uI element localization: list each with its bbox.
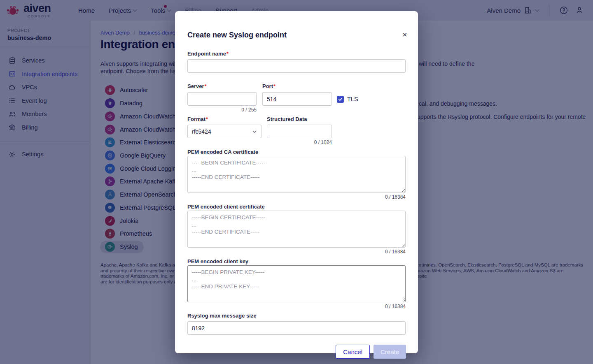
client-certificate-char-counter: 0 / 16384 [187, 249, 406, 255]
client-key-label: PEM encoded client key [187, 258, 248, 264]
client-certificate-textarea[interactable] [187, 211, 406, 248]
chevron-down-icon [252, 129, 257, 134]
format-label: Format* [187, 116, 208, 122]
server-label: Server* [187, 83, 207, 89]
structured-data-input[interactable] [267, 125, 332, 138]
server-input[interactable] [187, 92, 257, 106]
client-certificate-label: PEM encoded client certificate [187, 204, 265, 210]
endpoint-name-label: Endpoint name* [187, 51, 229, 57]
format-selected-value: rfc5424 [192, 128, 211, 135]
max-message-size-label: Rsyslog max message size [187, 313, 257, 319]
check-icon [338, 97, 343, 102]
client-key-char-counter: 0 / 16384 [187, 304, 406, 309]
create-syslog-endpoint-dialog: Create new Syslog endpoint × Endpoint na… [175, 11, 418, 353]
max-message-size-input[interactable] [187, 321, 406, 335]
port-label: Port* [262, 83, 275, 89]
client-key-textarea[interactable] [187, 265, 406, 302]
ca-certificate-char-counter: 0 / 16384 [187, 194, 406, 200]
dialog-title: Create new Syslog endpoint [187, 31, 287, 39]
tls-label: TLS [347, 96, 358, 102]
structured-data-char-counter: 0 / 1024 [267, 139, 332, 145]
server-char-counter: 0 / 255 [187, 107, 257, 113]
create-button[interactable]: Create [374, 345, 406, 359]
endpoint-name-input[interactable] [187, 59, 406, 73]
ca-certificate-label: PEM encoded CA certificate [187, 149, 258, 155]
port-input[interactable] [262, 92, 332, 106]
structured-data-label: Structured Data [267, 116, 307, 122]
cancel-button[interactable]: Cancel [336, 345, 370, 359]
close-icon[interactable]: × [402, 30, 407, 39]
tls-checkbox[interactable] [337, 96, 344, 103]
dialog-actions: Cancel Create [336, 345, 406, 359]
ca-certificate-textarea[interactable] [187, 156, 406, 193]
format-select[interactable]: rfc5424 [187, 125, 261, 138]
